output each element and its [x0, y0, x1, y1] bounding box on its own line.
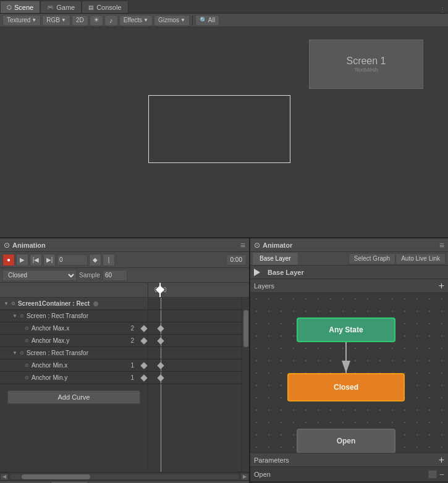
animation-bottom-tabs: Dope Sheet Curves	[0, 481, 249, 483]
scroll-thumb[interactable]	[22, 474, 90, 479]
keyframes-area	[148, 298, 242, 472]
rgb-arrow-icon: ▼	[61, 17, 66, 23]
animator-menu-button[interactable]: ≡	[439, 240, 444, 250]
parameter-row: Open −	[250, 467, 448, 482]
track-name: Anchor Min.x	[32, 362, 67, 369]
scroll-track	[10, 474, 239, 479]
add-event-button[interactable]: |	[103, 254, 115, 266]
add-keyframe-button[interactable]: ◆	[89, 254, 101, 266]
animation-panel-title: Animation	[12, 242, 46, 249]
tab-game[interactable]: 🎮 Game	[40, 1, 82, 13]
track-row: ⊙ Anchor Max.y 2	[0, 335, 148, 347]
play-icon: ▶	[20, 256, 25, 263]
search-bar[interactable]: 🔍 All	[195, 15, 219, 26]
expand-icon[interactable]: ▼	[12, 350, 17, 356]
add-curve-button[interactable]: Add Curve	[7, 390, 140, 404]
track-value: 2	[130, 337, 134, 344]
textured-arrow-icon: ▼	[32, 17, 36, 23]
any-state-node[interactable]: Any State	[297, 317, 395, 342]
sun-icon[interactable]: ☀	[90, 15, 103, 26]
param-checkbox[interactable]	[428, 470, 437, 479]
animator-panel: ⊙ Animator ≡ Base Layer Select Graph Aut…	[250, 238, 448, 483]
next-frame-icon: ▶|	[46, 256, 53, 263]
track-row: ▼ ⊙ Screen : Rect Transfor	[0, 310, 148, 322]
time-value: 0:00	[230, 256, 242, 263]
open-state-label: Open	[337, 437, 356, 445]
play-button[interactable]: ▶	[16, 254, 28, 266]
track-property-icon: ⊙	[25, 363, 29, 368]
vertical-scrollbar[interactable]	[242, 298, 249, 472]
time-display: 0:00	[226, 254, 247, 266]
keyframe-diamond	[157, 362, 164, 369]
track-name: Screen : Rect Transfor	[27, 313, 88, 319]
select-graph-button[interactable]: Select Graph	[349, 253, 395, 264]
textured-dropdown[interactable]: Textured ▼	[2, 15, 41, 26]
track-row: ⊙ Anchor Min.x 1	[0, 359, 148, 372]
add-layer-button[interactable]: +	[439, 280, 444, 292]
next-frame-button[interactable]: ▶|	[43, 254, 56, 266]
expand-icon[interactable]: ▼	[4, 301, 9, 306]
animation-menu-button[interactable]: ≡	[240, 240, 245, 250]
key-row	[148, 322, 242, 335]
track-name: Anchor Min.y	[32, 374, 67, 381]
key-row	[148, 335, 242, 347]
track-group-icon: ⊙	[11, 301, 15, 306]
auto-live-link-button[interactable]: Auto Live Link	[395, 253, 446, 264]
animation-panel: ⊙ Animation ≡ ● ▶ |◀ ▶| ◆ |	[0, 238, 250, 483]
textured-label: Textured	[7, 17, 30, 23]
track-property-icon: ⊙	[25, 338, 29, 343]
record-button[interactable]: ●	[2, 254, 15, 266]
any-state-label: Any State	[329, 326, 363, 334]
sample-input[interactable]	[103, 270, 127, 281]
expand-icon[interactable]: ▼	[12, 313, 17, 319]
gizmos-dropdown[interactable]: Gizmos ▼	[154, 15, 190, 26]
console-icon: ▤	[88, 4, 94, 10]
animator-panel-title: Animator	[263, 242, 292, 249]
open-state-node[interactable]: Open	[297, 429, 395, 453]
effects-arrow-icon: ▼	[143, 17, 148, 23]
track-name: Screen : Rect Transfor	[27, 350, 88, 356]
tab-console-label: Console	[96, 4, 121, 11]
tab-game-label: Game	[56, 4, 75, 11]
keyframe-diamond	[157, 325, 164, 332]
base-layer-label: Base Layer	[260, 255, 291, 262]
scroll-thumb[interactable]	[243, 310, 248, 347]
tab-scene[interactable]: ⬡ Scene	[0, 1, 40, 13]
effects-dropdown[interactable]: Effects ▼	[119, 15, 153, 26]
2d-button[interactable]: 2D	[72, 15, 88, 26]
window-options[interactable]: ⋮	[437, 6, 448, 13]
scroll-right-button[interactable]: ▶	[240, 473, 249, 481]
keyframe-marker	[140, 337, 147, 344]
add-key-icon: ◆	[93, 256, 98, 263]
rgb-dropdown[interactable]: RGB ▼	[42, 15, 70, 26]
animation-controls: ● ▶ |◀ ▶| ◆ | 0:00	[0, 252, 249, 268]
scroll-left-button[interactable]: ◀	[0, 473, 9, 481]
record-icon: ●	[7, 256, 11, 263]
track-group-icon: ⊙	[20, 313, 24, 319]
animator-graph[interactable]: Any State Closed Open	[250, 293, 448, 453]
keyframe-diamond	[157, 374, 164, 381]
timeline-ruler: 0:00	[0, 283, 249, 298]
param-name: Open	[254, 471, 426, 478]
closed-state-node[interactable]: Closed	[287, 373, 405, 401]
param-remove-button[interactable]: −	[439, 469, 444, 479]
prev-frame-button[interactable]: |◀	[30, 254, 42, 266]
add-curve-container: Add Curve	[0, 384, 148, 410]
clip-dropdown[interactable]: Closed	[2, 270, 77, 281]
tab-console[interactable]: ▤ Console	[82, 1, 128, 13]
add-parameter-button[interactable]: +	[439, 455, 444, 466]
screen1-subtitle: TextMesh	[354, 67, 378, 73]
gizmos-label: Gizmos	[158, 17, 179, 23]
key-row	[148, 347, 242, 359]
base-layer-tab[interactable]: Base Layer	[253, 253, 298, 265]
track-name: Anchor Max.x	[32, 325, 69, 332]
audio-icon[interactable]: ♪	[104, 15, 118, 26]
track-row: ⊙ Anchor Max.x 2	[0, 322, 148, 335]
frame-input[interactable]	[57, 254, 88, 266]
screen1-node[interactable]: Screen 1 TextMesh	[309, 40, 423, 89]
key-row	[148, 298, 242, 310]
track-name: Anchor Max.y	[32, 337, 69, 344]
parameters-section: Parameters + Open −	[250, 453, 448, 482]
track-property-icon: ⊙	[25, 326, 29, 331]
horizontal-scrollbar[interactable]: ◀ ▶	[0, 472, 249, 481]
